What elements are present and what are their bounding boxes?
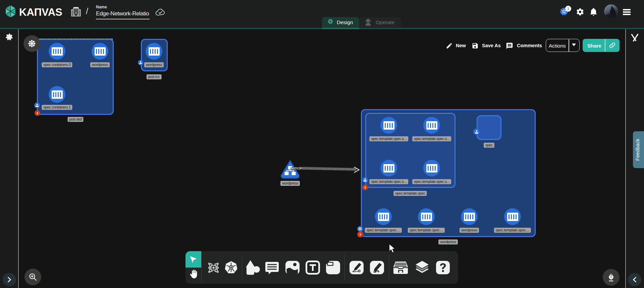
svg-text:80/TCP: 80/TCP bbox=[290, 166, 302, 170]
